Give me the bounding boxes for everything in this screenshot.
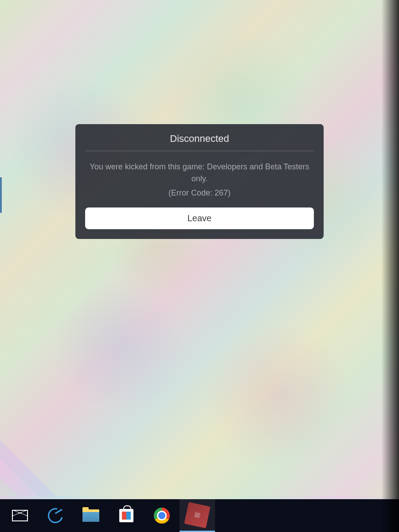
store-icon <box>119 509 133 522</box>
dialog-message: You were kicked from this game: Develope… <box>85 151 314 188</box>
windows-taskbar <box>0 499 399 532</box>
taskbar-edge[interactable] <box>38 499 73 532</box>
roblox-icon <box>184 502 210 528</box>
screen-edge-artifact <box>0 177 2 213</box>
dialog-error-code: (Error Code: 267) <box>85 188 314 207</box>
chrome-icon <box>154 508 170 524</box>
mail-icon <box>12 510 28 521</box>
edge-icon <box>45 505 66 526</box>
taskbar-mail[interactable] <box>2 499 38 532</box>
disconnect-dialog: Disconnected You were kicked from this g… <box>75 124 324 239</box>
taskbar-microsoft-store[interactable] <box>109 499 144 532</box>
game-background <box>0 0 399 497</box>
taskbar-chrome[interactable] <box>144 499 180 532</box>
taskbar-roblox[interactable] <box>180 499 215 532</box>
leave-button[interactable]: Leave <box>85 207 314 229</box>
dialog-title: Disconnected <box>85 133 314 151</box>
monitor-bezel <box>381 0 399 532</box>
taskbar-file-explorer[interactable] <box>73 499 109 532</box>
folder-icon <box>82 509 99 522</box>
